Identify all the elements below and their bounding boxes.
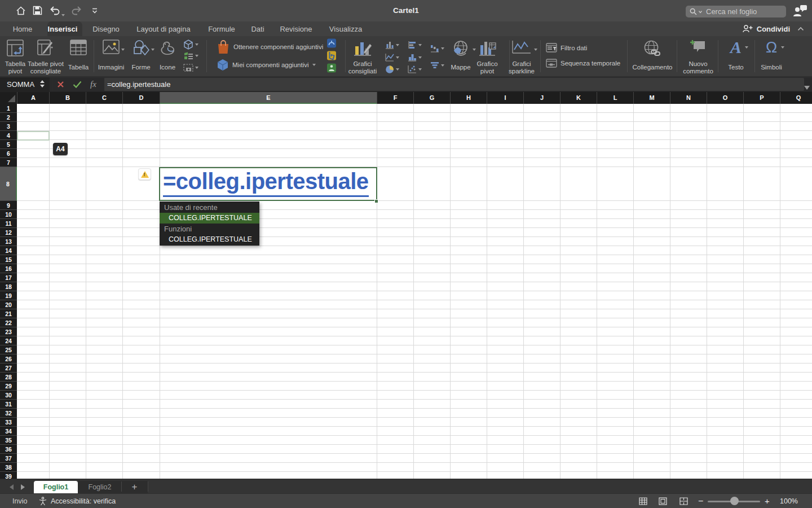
column-header-N[interactable]: N: [670, 92, 707, 104]
row-header-36[interactable]: 36: [0, 445, 17, 454]
menu-tab-disegno[interactable]: Disegno: [92, 21, 120, 36]
share-button[interactable]: Condividi: [743, 21, 804, 36]
3d-model-button[interactable]: [183, 40, 198, 50]
autocomplete-option[interactable]: COLLEG.IPERTESTUALE: [160, 234, 259, 245]
new-comment-button[interactable]: [680, 37, 716, 75]
menu-tab-inserisci[interactable]: Inserisci: [48, 21, 78, 36]
chart-scatter-button[interactable]: [408, 65, 422, 73]
row-header-5[interactable]: 5: [0, 140, 17, 149]
row-header-3[interactable]: 3: [0, 122, 17, 131]
column-header-B[interactable]: B: [49, 92, 86, 104]
cell-editor[interactable]: =colleg.ipertestuale: [159, 167, 377, 201]
add-sheet-button[interactable]: +: [121, 481, 148, 494]
row-header-30[interactable]: 30: [0, 391, 17, 400]
chart-line-button[interactable]: [385, 53, 399, 62]
row-header-9[interactable]: 9: [0, 201, 17, 210]
column-header-C[interactable]: C: [86, 92, 122, 104]
column-header-E[interactable]: E: [160, 92, 377, 104]
menu-tab-formule[interactable]: Formule: [208, 21, 235, 36]
sheet-grid[interactable]: 1234567891011121314151617181920212223242…: [0, 104, 812, 479]
row-header-8[interactable]: 8: [0, 167, 17, 201]
zoom-out-button[interactable]: −: [698, 494, 703, 508]
timeline-button[interactable]: Sequenza temporale: [546, 59, 620, 68]
search-field[interactable]: Cerca nel foglio: [686, 6, 786, 17]
chart-histogram-button[interactable]: [408, 53, 422, 62]
column-header-L[interactable]: L: [597, 92, 633, 104]
menu-tab-revisione[interactable]: Revisione: [280, 21, 312, 36]
column-header-K[interactable]: K: [560, 92, 597, 104]
get-addins-button[interactable]: Ottenere componenti aggiuntivi: [217, 40, 323, 54]
formula-input[interactable]: =colleg.ipertestuale: [107, 77, 170, 91]
column-header-P[interactable]: P: [743, 92, 780, 104]
column-header-A[interactable]: A: [17, 92, 49, 104]
row-header-2[interactable]: 2: [0, 113, 17, 122]
row-header-31[interactable]: 31: [0, 400, 17, 409]
chart-pie-button[interactable]: [385, 65, 399, 74]
row-header-21[interactable]: 21: [0, 309, 17, 318]
row-header-35[interactable]: 35: [0, 436, 17, 445]
row-header-1[interactable]: 1: [0, 104, 17, 113]
row-header-7[interactable]: 7: [0, 158, 17, 167]
row-header-16[interactable]: 16: [0, 264, 17, 273]
bing-maps-icon[interactable]: [327, 51, 337, 60]
smartart-button[interactable]: [183, 51, 198, 60]
row-header-34[interactable]: 34: [0, 427, 17, 436]
screenshot-button[interactable]: [183, 63, 198, 72]
omega-button[interactable]: [757, 37, 786, 75]
row-header-15[interactable]: 15: [0, 255, 17, 264]
row-header-22[interactable]: 22: [0, 318, 17, 327]
row-header-10[interactable]: 10: [0, 210, 17, 219]
name-box-spinner[interactable]: [40, 80, 45, 87]
formula-input-field[interactable]: [104, 78, 804, 91]
row-header-39[interactable]: 39: [0, 472, 17, 479]
row-header-6[interactable]: 6: [0, 149, 17, 158]
row-header-19[interactable]: 19: [0, 291, 17, 300]
slicer-button[interactable]: Filtro dati: [546, 43, 587, 52]
row-header-27[interactable]: 27: [0, 364, 17, 373]
select-all-corner[interactable]: [0, 92, 17, 104]
row-header-11[interactable]: 11: [0, 219, 17, 228]
sheet-scroll-right-icon[interactable]: [21, 484, 25, 490]
menu-tab-layout-di-pagina[interactable]: Layout di pagina: [136, 21, 190, 36]
row-header-26[interactable]: 26: [0, 354, 17, 364]
row-header-12[interactable]: 12: [0, 228, 17, 237]
row-header-13[interactable]: 13: [0, 237, 17, 246]
recommended-charts-button[interactable]: [339, 37, 386, 75]
my-addins-button[interactable]: Miei componenti aggiuntivi: [217, 59, 316, 71]
column-header-F[interactable]: F: [377, 92, 413, 104]
column-header-I[interactable]: I: [487, 92, 523, 104]
images-button[interactable]: [93, 37, 129, 75]
sparkline-button[interactable]: [502, 37, 541, 75]
menu-tab-home[interactable]: Home: [13, 21, 33, 36]
zoom-slider-handle[interactable]: [730, 497, 739, 505]
row-header-18[interactable]: 18: [0, 282, 17, 291]
fill-handle[interactable]: [374, 199, 378, 203]
chart-column-button[interactable]: [385, 41, 399, 49]
icons-duck-button[interactable]: [155, 37, 180, 75]
row-header-32[interactable]: 32: [0, 409, 17, 418]
accessibility-status[interactable]: Accessibilità: verifica: [51, 494, 116, 508]
column-header-H[interactable]: H: [450, 92, 487, 104]
confirm-entry-button[interactable]: [73, 81, 82, 88]
formula-bar-expand-icon[interactable]: [804, 82, 810, 93]
row-header-33[interactable]: 33: [0, 418, 17, 427]
zoom-in-button[interactable]: +: [765, 494, 770, 508]
chart-waterfall-button[interactable]: [430, 44, 444, 52]
column-header-G[interactable]: G: [413, 92, 450, 104]
sheet-tab-foglio2[interactable]: Foglio2: [78, 481, 122, 494]
visio-data-icon[interactable]: [327, 38, 337, 48]
text-A-button[interactable]: [723, 37, 748, 75]
column-header-D[interactable]: D: [122, 92, 160, 104]
row-header-29[interactable]: 29: [0, 382, 17, 391]
page-break-view-icon[interactable]: [679, 497, 688, 505]
row-header-4[interactable]: 4: [0, 131, 17, 140]
autocomplete-option[interactable]: COLLEG.IPERTESTUALE: [160, 213, 259, 224]
column-header-Q[interactable]: Q: [780, 92, 812, 104]
error-checking-button[interactable]: [138, 168, 151, 180]
name-box[interactable]: SOMMA: [7, 77, 34, 91]
people-graph-icon[interactable]: [327, 63, 337, 73]
row-header-25[interactable]: 25: [0, 345, 17, 354]
sheet-scroll-left-icon[interactable]: [10, 484, 14, 490]
chart-funnel-button[interactable]: [430, 61, 444, 69]
pivot-chart-button[interactable]: [471, 37, 503, 75]
